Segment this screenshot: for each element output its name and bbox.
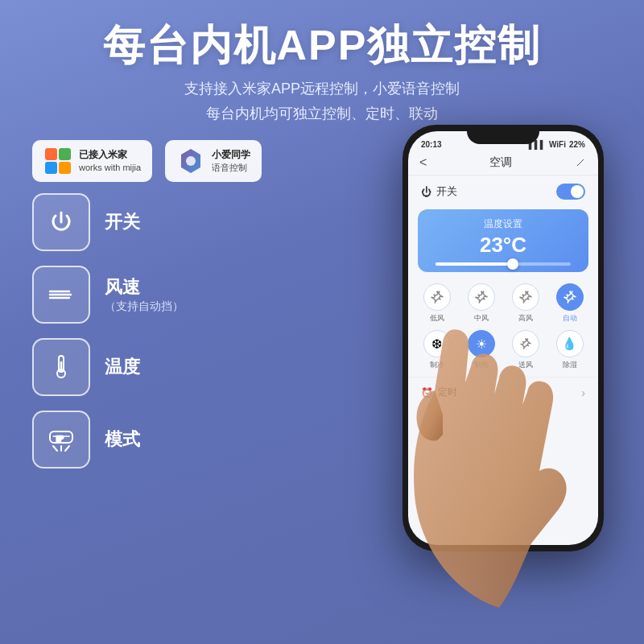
mijia-badge: 已接入米家 works with mijia bbox=[32, 140, 152, 182]
power-icon-box bbox=[32, 193, 90, 251]
wifi-icon: WiFi bbox=[549, 140, 566, 149]
phone-notch bbox=[467, 125, 539, 144]
xiaoai-badge: 小爱同学 语音控制 bbox=[165, 140, 262, 182]
power-icon bbox=[45, 206, 77, 238]
feature-temperature: 温度 bbox=[32, 338, 184, 396]
power-text: 开关 bbox=[436, 184, 457, 199]
svg-rect-2 bbox=[45, 162, 57, 174]
title-section: 每台内机APP独立控制 支持接入米家APP远程控制，小爱语音控制 每台内机均可独… bbox=[0, 0, 644, 126]
svg-rect-1 bbox=[59, 148, 71, 160]
fanspeed-label: 风速 bbox=[105, 275, 184, 299]
feature-mode: |||* 模式 bbox=[32, 411, 184, 469]
page-background: 每台内机APP独立控制 支持接入米家APP远程控制，小爱语音控制 每台内机均可独… bbox=[0, 0, 644, 644]
mijia-icon bbox=[43, 147, 72, 175]
status-icons: ▌▌▌ WiFi 22% bbox=[529, 140, 585, 149]
temperature-icon-box bbox=[32, 338, 90, 396]
aircon-icon: |||* bbox=[45, 423, 77, 456]
main-title: 每台内机APP独立控制 bbox=[0, 23, 644, 68]
temperature-label: 温度 bbox=[105, 355, 140, 379]
power-label: 开关 bbox=[105, 210, 140, 234]
svg-rect-0 bbox=[45, 148, 57, 160]
thermometer-icon bbox=[45, 351, 77, 383]
wind-icon bbox=[45, 279, 77, 311]
power-row: ⏻ 开关 bbox=[408, 175, 598, 204]
fanspeed-sublabel: （支持自动挡） bbox=[105, 299, 184, 314]
app-header: < 空调 ⟋ bbox=[408, 152, 598, 175]
status-time: 20:13 bbox=[421, 140, 442, 149]
subtitle: 支持接入米家APP远程控制，小爱语音控制 每台内机均可独立控制、定时、联动 bbox=[0, 76, 644, 126]
mode-label: 模式 bbox=[105, 427, 140, 452]
feature-fanspeed: 风速 （支持自动挡） bbox=[32, 266, 184, 324]
back-button[interactable]: < bbox=[419, 155, 427, 170]
mode-icon-box: |||* bbox=[32, 411, 90, 469]
svg-text:|||*: |||* bbox=[56, 436, 63, 442]
feature-power: 开关 bbox=[32, 193, 184, 251]
svg-line-10 bbox=[53, 446, 57, 451]
svg-rect-3 bbox=[59, 162, 71, 174]
phone-mockup: 20:13 ▌▌▌ WiFi 22% < 空调 ⟋ ⏻ bbox=[386, 125, 620, 600]
hand-image bbox=[370, 221, 628, 608]
fanspeed-icon-box bbox=[32, 266, 90, 324]
power-icon-phone: ⏻ bbox=[421, 186, 431, 198]
svg-point-4 bbox=[186, 156, 196, 166]
xiaoai-icon bbox=[176, 147, 205, 175]
features-column: 开关 风速 （支持自动挡） bbox=[32, 193, 184, 469]
battery-indicator: 22% bbox=[569, 140, 585, 149]
edit-button[interactable]: ⟋ bbox=[574, 155, 587, 170]
power-toggle[interactable] bbox=[556, 184, 585, 200]
app-title: 空调 bbox=[489, 155, 512, 170]
svg-line-12 bbox=[65, 446, 69, 451]
